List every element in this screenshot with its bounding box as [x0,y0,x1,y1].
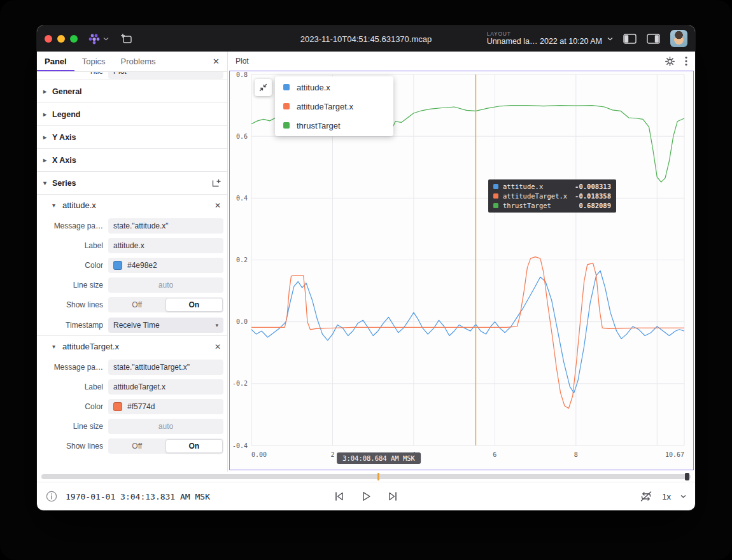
playback-info-button[interactable] [46,491,57,502]
speed-dropdown-button[interactable] [680,494,686,498]
legend-item[interactable]: attitudeTarget.x [275,97,393,116]
plot-panel: Plot [228,52,695,472]
plot-chart-area[interactable]: 0.80.60.40.20.0-0.2-0.40.00246810.67 att… [229,71,694,470]
gear-icon [665,57,675,66]
message-path-input[interactable]: state."attitudeTarget.x" [108,360,223,375]
message-path-label: Message pa… [37,221,103,230]
line-size-label: Line size [37,281,103,290]
color-swatch[interactable] [113,402,122,411]
plot-legend: attitude.x attitudeTarget.x thrustTarget [275,76,393,136]
toggle-right-sidebar-button[interactable] [647,34,660,44]
series-attitude-x-header[interactable]: ▾ attitude.x ✕ [37,195,227,216]
tooltip-swatch [493,193,498,199]
layout-selector[interactable]: LAYOUT Unnamed la… 2022 at 10:20 AM [487,31,613,46]
label-field-label: Label [37,241,103,250]
playback-speed[interactable]: 1x [662,492,671,501]
legend-swatch[interactable] [283,84,290,90]
tab-problems[interactable]: Problems [113,52,164,71]
zoom-window-button[interactable] [70,35,78,43]
show-lines-toggle[interactable]: Off On [108,438,223,454]
panel-menu-button[interactable] [685,56,687,66]
color-input[interactable]: #4e98e2 [108,258,223,273]
section-general[interactable]: ▸ General [37,80,227,103]
info-icon [46,491,57,502]
section-series[interactable]: ▾ Series [37,172,227,195]
series-name: attitudeTarget.x [62,342,119,351]
legend-swatch[interactable] [283,122,290,129]
chevron-down-icon [607,37,613,41]
window-title: 2023-11-10T04:51:45.631370.mcap [300,34,432,43]
label-input[interactable]: attitude.x [108,238,223,253]
add-panel-button[interactable] [120,33,132,45]
legend-label: thrustTarget [297,121,341,130]
left-sidebar-icon [623,34,637,44]
add-series-icon [211,178,221,188]
titlebar-right: LAYOUT Unnamed la… 2022 at 10:20 AM [487,30,687,47]
color-swatch[interactable] [113,261,122,270]
label-input[interactable]: attitudeTarget.x [108,379,223,395]
line-size-label: Line size [37,422,103,431]
playback-bar: 1970-01-01 3:04:13.831 AM MSK [37,482,695,510]
chevron-right-icon: ▸ [43,157,52,164]
play-button[interactable] [360,491,372,502]
timestamp-select[interactable]: Receive Time ▾ [108,318,223,333]
chevron-right-icon: ▸ [43,111,52,118]
playback-scrubber[interactable] [37,472,695,482]
svg-text:0.0: 0.0 [236,318,248,325]
color-hex: #4e98e2 [127,261,157,270]
svg-text:-0.4: -0.4 [232,442,248,449]
section-y-axis[interactable]: ▸ Y Axis [37,126,227,149]
series-attitude-target-x-header[interactable]: ▾ attitudeTarget.x ✕ [37,336,227,357]
label-field-label: Label [37,382,103,391]
minimize-window-button[interactable] [57,35,65,43]
line-size-input[interactable]: auto [108,277,223,293]
line-size-input[interactable]: auto [108,419,223,434]
remove-series-button[interactable]: ✕ [215,342,221,351]
desktop-background: 2023-11-10T04:51:45.631370.mcap LAYOUT U… [0,0,732,560]
show-lines-toggle[interactable]: Off On [108,297,223,312]
show-lines-on-option[interactable]: On [165,298,223,312]
legend-label: attitude.x [297,83,330,92]
tab-topics[interactable]: Topics [74,52,113,71]
chart-hover-tooltip: attitude.x -0.008313 attitudeTarget.x -0… [488,179,616,213]
color-input[interactable]: #f5774d [108,399,223,414]
show-lines-off-option[interactable]: Off [109,298,165,312]
avatar[interactable] [670,30,687,47]
svg-text:0.4: 0.4 [236,195,248,202]
playback-position-marker[interactable] [377,473,379,480]
seek-forward-button[interactable] [387,491,399,502]
title-field-label: Title [37,72,103,76]
title-input[interactable]: Plot [108,72,223,79]
tab-panel[interactable]: Panel [37,52,74,71]
show-lines-label: Show lines [37,442,103,451]
chevron-down-icon [680,494,686,498]
close-window-button[interactable] [45,35,52,43]
settings-scroll[interactable]: Title Plot ▸ General ▸ Legend ▸ Y [37,72,227,472]
app-menu-button[interactable] [88,33,109,45]
section-legend[interactable]: ▸ Legend [37,103,227,126]
close-sidebar-button[interactable]: ✕ [205,52,227,71]
content-area: Panel Topics Problems ✕ Title Plot ▸ G [37,52,695,472]
seek-backward-button[interactable] [333,491,345,502]
chevron-down-icon [103,37,109,41]
toggle-left-sidebar-button[interactable] [623,34,637,44]
add-series-button[interactable] [211,178,221,188]
svg-text:0.00: 0.00 [251,451,267,458]
remove-series-button[interactable]: ✕ [215,201,221,210]
section-x-axis[interactable]: ▸ X Axis [37,149,227,172]
series-name: attitude.x [62,200,96,210]
show-lines-off-option[interactable]: Off [109,439,165,453]
show-lines-on-option[interactable]: On [165,439,223,453]
section-label: Legend [52,110,80,119]
loop-toggle-button[interactable] [640,491,652,502]
legend-collapse-button[interactable] [255,79,272,96]
legend-swatch[interactable] [283,103,290,109]
svg-text:6: 6 [493,451,496,458]
scrubber-track[interactable] [41,474,691,479]
legend-item[interactable]: attitude.x [275,78,393,97]
close-icon: ✕ [215,201,221,210]
panel-settings-button[interactable] [665,57,675,66]
message-path-input[interactable]: state."attitude.x" [108,218,223,234]
legend-item[interactable]: thrustTarget [275,116,393,135]
layout-name: Unnamed la… 2022 at 10:20 AM [487,37,602,46]
